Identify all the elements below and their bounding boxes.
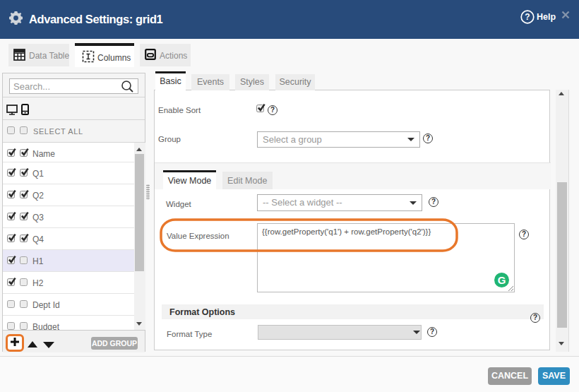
svg-text:?: ? [525,12,530,22]
